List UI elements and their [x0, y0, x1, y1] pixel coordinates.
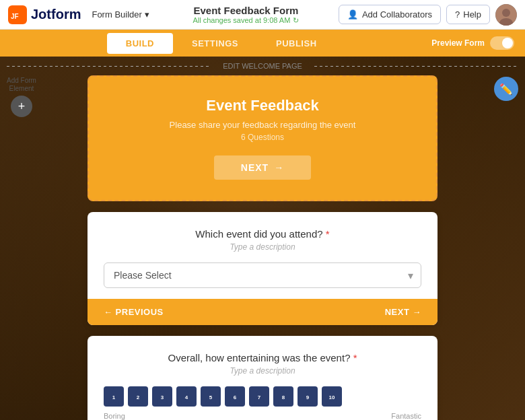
- star-9[interactable]: 9: [298, 386, 318, 407]
- toggle-thumb: [502, 38, 513, 48]
- edit-welcome-bar: EDIT WELCOME PAGE: [0, 57, 525, 75]
- save-status-text: All changes saved at 9:08 AM: [193, 16, 290, 24]
- avatar-image: [495, 4, 517, 26]
- svg-text:6: 6: [234, 394, 237, 400]
- add-element-button[interactable]: +: [11, 96, 32, 117]
- navbar-actions: 👤 Add Collaborators ? Help: [339, 4, 517, 26]
- logo-text: Jotform: [31, 7, 81, 22]
- star-5[interactable]: 5: [201, 386, 221, 407]
- rating-label-left: Boring: [104, 412, 125, 420]
- question2-text: Overall, how entertaining was the event?: [168, 352, 350, 363]
- svg-text:3: 3: [161, 394, 164, 400]
- add-form-line1: Add Form: [7, 77, 36, 84]
- tabbar: BUILD SETTINGS PUBLISH Preview Form: [0, 30, 525, 57]
- question1-description: Type a description: [104, 242, 421, 252]
- star-6[interactable]: 6: [225, 386, 245, 407]
- help-label: Help: [463, 9, 481, 20]
- preview-toggle-switch[interactable]: [490, 36, 514, 50]
- svg-text:1: 1: [112, 394, 116, 400]
- rating-label-right: Fantastic: [391, 412, 421, 420]
- add-form-element-text: Add Form Element: [7, 77, 36, 93]
- preview-label: Preview Form: [431, 38, 485, 48]
- navbar-center: Event Feedback Form All changes saved at…: [153, 5, 339, 25]
- svg-text:4: 4: [185, 394, 188, 400]
- star-1[interactable]: 1: [104, 386, 124, 407]
- svg-point-3: [502, 9, 510, 17]
- chat-icon: ✏️: [499, 83, 513, 96]
- add-form-element-area[interactable]: Add Form Element +: [7, 77, 36, 117]
- svg-text:2: 2: [137, 394, 140, 400]
- tab-build[interactable]: BUILD: [107, 33, 173, 54]
- welcome-next-button[interactable]: NEXT →: [214, 155, 311, 180]
- question2-description: Type a description: [104, 366, 421, 376]
- save-status: All changes saved at 9:08 AM ↻: [153, 16, 339, 25]
- add-collaborators-button[interactable]: 👤 Add Collaborators: [339, 5, 441, 24]
- add-collab-label: Add Collaborators: [362, 9, 432, 20]
- svg-text:8: 8: [282, 394, 285, 400]
- form-builder-button[interactable]: Form Builder ▾: [88, 7, 153, 22]
- form-title: Event Feedback Form: [153, 5, 339, 16]
- question1-select[interactable]: Please Select: [104, 262, 421, 288]
- svg-text:5: 5: [209, 394, 213, 400]
- star-4[interactable]: 4: [176, 386, 197, 407]
- next-label: NEXT: [241, 162, 269, 173]
- star-8[interactable]: 8: [273, 386, 293, 407]
- tab-group: BUILD SETTINGS PUBLISH: [11, 33, 431, 54]
- question1-prev-button[interactable]: ← PREVIOUS: [104, 307, 164, 317]
- welcome-card: Event Feedback Please share your feedbac…: [88, 75, 438, 201]
- svg-text:10: 10: [329, 394, 335, 400]
- edit-welcome-label: EDIT WELCOME PAGE: [223, 62, 302, 70]
- prev-label: ← PREVIOUS: [104, 307, 164, 317]
- question2-required: *: [353, 352, 357, 363]
- question1-card: Which event did you attend? * Type a des…: [88, 212, 438, 325]
- form-builder-chevron: ▾: [145, 9, 149, 20]
- tab-settings[interactable]: SETTINGS: [173, 33, 257, 54]
- add-form-line2: Element: [9, 85, 34, 92]
- stars-row: 12345678910: [104, 386, 421, 407]
- welcome-card-subtitle: Please share your feedback regarding the…: [102, 120, 423, 130]
- question1-text: Which event did you attend?: [195, 228, 322, 240]
- main-area: EDIT WELCOME PAGE Add Form Element + ✏️ …: [0, 57, 525, 420]
- chat-float-button[interactable]: ✏️: [494, 77, 518, 101]
- next-label: NEXT →: [385, 307, 421, 317]
- navbar: JF Jotform Form Builder ▾ Event Feedback…: [0, 0, 525, 30]
- plus-icon: +: [18, 100, 26, 114]
- question2-card: Overall, how entertaining was the event?…: [88, 336, 438, 420]
- refresh-icon: ↻: [293, 16, 299, 25]
- question1-card-nav: ← PREVIOUS NEXT →: [88, 299, 438, 325]
- preview-toggle-area: Preview Form: [431, 36, 514, 50]
- svg-text:9: 9: [306, 394, 310, 400]
- question2-label: Overall, how entertaining was the event?…: [104, 352, 421, 363]
- logo-area: JF Jotform: [8, 5, 81, 24]
- question-icon: ?: [455, 9, 460, 20]
- form-builder-label: Form Builder: [92, 9, 141, 20]
- svg-text:JF: JF: [11, 13, 19, 20]
- star-3[interactable]: 3: [152, 386, 172, 407]
- question1-next-button[interactable]: NEXT →: [385, 307, 421, 317]
- form-cards: Event Feedback Please share your feedbac…: [0, 75, 525, 420]
- help-button[interactable]: ? Help: [446, 5, 490, 24]
- tab-publish[interactable]: PUBLISH: [257, 33, 336, 54]
- star-10[interactable]: 10: [322, 386, 342, 407]
- jotform-logo-icon: JF: [8, 5, 27, 24]
- question1-label: Which event did you attend? *: [104, 228, 421, 240]
- question1-select-wrapper: Please Select ▾: [104, 262, 421, 288]
- rating-labels: Boring Fantastic: [104, 412, 421, 420]
- welcome-card-questions: 6 Questions: [102, 133, 423, 142]
- user-avatar[interactable]: [495, 4, 517, 26]
- welcome-card-title: Event Feedback: [102, 97, 423, 114]
- person-add-icon: 👤: [347, 9, 358, 20]
- question1-required: *: [326, 228, 330, 240]
- svg-text:7: 7: [258, 394, 261, 400]
- star-2[interactable]: 2: [128, 386, 148, 407]
- star-7[interactable]: 7: [249, 386, 269, 407]
- next-arrow: →: [274, 162, 284, 173]
